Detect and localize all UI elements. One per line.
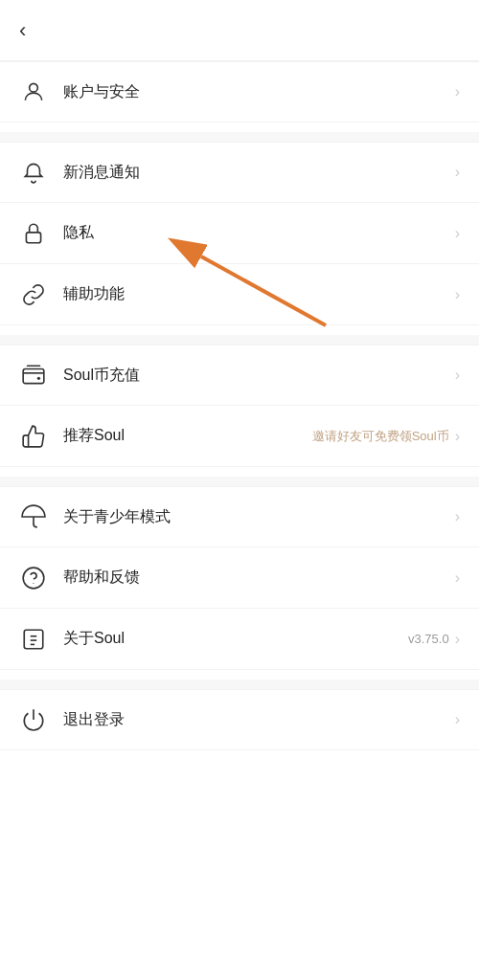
divider-1 bbox=[0, 335, 479, 345]
info-box-icon bbox=[19, 625, 48, 654]
settings-group-4: 退出登录› bbox=[0, 689, 479, 750]
settings-group-2: Soul币充值›推荐Soul邀请好友可免费领Soul币› bbox=[0, 345, 479, 467]
settings-item-recommend-soul[interactable]: 推荐Soul邀请好友可免费领Soul币› bbox=[0, 406, 479, 467]
thumb-up-icon bbox=[19, 422, 48, 451]
item-sub-recommend-soul: 邀请好友可免费领Soul币 bbox=[312, 428, 449, 445]
chevron-right-icon: › bbox=[455, 508, 460, 525]
settings-item-logout[interactable]: 退出登录› bbox=[0, 689, 479, 750]
settings-item-soul-coins[interactable]: Soul币充值› bbox=[0, 345, 479, 406]
item-label-soul-coins: Soul币充值 bbox=[63, 366, 455, 386]
settings-item-privacy[interactable]: 隐私› bbox=[0, 203, 479, 264]
link-icon bbox=[19, 280, 48, 309]
divider-0 bbox=[0, 132, 479, 142]
help-circle-icon bbox=[19, 564, 48, 592]
item-label-help-feedback: 帮助和反馈 bbox=[63, 568, 455, 588]
chevron-right-icon: › bbox=[455, 711, 460, 728]
svg-rect-2 bbox=[23, 369, 44, 384]
settings-group-1: 新消息通知›隐私›辅助功能› bbox=[0, 142, 479, 325]
back-button[interactable]: ‹ bbox=[11, 11, 34, 51]
settings-group-0: 账户与安全› bbox=[0, 61, 479, 122]
chevron-right-icon: › bbox=[455, 164, 460, 181]
item-label-recommend-soul: 推荐Soul bbox=[63, 426, 312, 446]
svg-point-5 bbox=[23, 568, 44, 589]
item-label-accessibility: 辅助功能 bbox=[63, 284, 455, 304]
item-label-notifications: 新消息通知 bbox=[63, 163, 455, 183]
svg-point-0 bbox=[30, 83, 38, 92]
chevron-right-icon: › bbox=[455, 286, 460, 303]
chevron-right-icon: › bbox=[455, 83, 460, 100]
svg-point-6 bbox=[33, 582, 34, 583]
header: ‹ bbox=[0, 0, 479, 61]
settings-item-teen-mode[interactable]: 关于青少年模式› bbox=[0, 486, 479, 547]
settings-list: 账户与安全›新消息通知›隐私›辅助功能›Soul币充值›推荐Soul邀请好友可免… bbox=[0, 61, 479, 750]
divider-3 bbox=[0, 679, 479, 689]
power-icon bbox=[19, 705, 48, 734]
settings-item-help-feedback[interactable]: 帮助和反馈› bbox=[0, 547, 479, 609]
item-label-teen-mode: 关于青少年模式 bbox=[63, 507, 455, 527]
settings-item-notifications[interactable]: 新消息通知› bbox=[0, 142, 479, 203]
chevron-right-icon: › bbox=[455, 631, 460, 648]
item-label-privacy: 隐私 bbox=[63, 223, 455, 243]
settings-item-accessibility[interactable]: 辅助功能› bbox=[0, 264, 479, 325]
lock-icon bbox=[19, 219, 48, 248]
svg-rect-1 bbox=[26, 232, 40, 242]
settings-item-about-soul[interactable]: 关于Soulv3.75.0› bbox=[0, 609, 479, 670]
settings-item-account-security[interactable]: 账户与安全› bbox=[0, 61, 479, 122]
item-label-account-security: 账户与安全 bbox=[63, 82, 455, 102]
settings-group-3: 关于青少年模式›帮助和反馈›关于Soulv3.75.0› bbox=[0, 486, 479, 670]
item-version-about-soul: v3.75.0 bbox=[408, 632, 449, 646]
wallet-icon bbox=[19, 361, 48, 390]
chevron-right-icon: › bbox=[455, 367, 460, 384]
umbrella-icon bbox=[19, 502, 48, 531]
svg-point-3 bbox=[37, 377, 40, 380]
item-label-logout: 退出登录 bbox=[63, 710, 455, 730]
chevron-right-icon: › bbox=[455, 428, 460, 445]
chevron-right-icon: › bbox=[455, 569, 460, 587]
chevron-right-icon: › bbox=[455, 225, 460, 242]
svg-rect-7 bbox=[24, 630, 43, 649]
item-label-about-soul: 关于Soul bbox=[63, 629, 408, 649]
user-icon bbox=[19, 78, 48, 106]
divider-2 bbox=[0, 477, 479, 486]
bell-icon bbox=[19, 158, 48, 187]
